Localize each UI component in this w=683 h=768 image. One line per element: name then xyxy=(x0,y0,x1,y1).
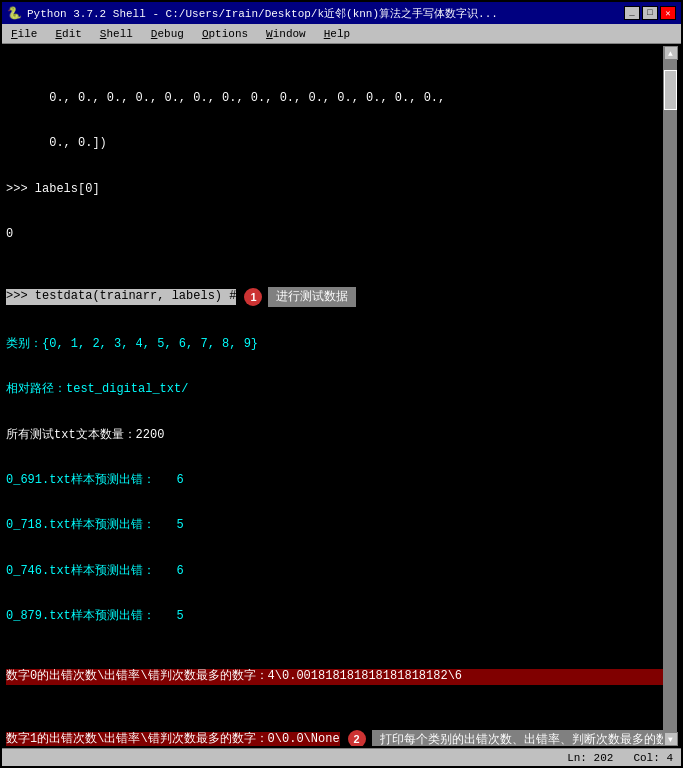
input-highlight: >>> testdata(trainarr, labels) # xyxy=(6,289,236,304)
menu-window[interactable]: Window xyxy=(262,27,310,41)
menu-options[interactable]: Options xyxy=(198,27,252,41)
scrollbar-thumb[interactable] xyxy=(664,70,677,110)
annotation-1-num: 1 xyxy=(244,288,262,306)
menu-file[interactable]: File xyxy=(7,27,41,41)
annotation-2-text: 打印每个类别的出错次数、出错率、判断次数最多的数字 xyxy=(372,730,663,746)
menu-edit[interactable]: Edit xyxy=(51,27,85,41)
status-bar: Ln: 202 Col: 4 xyxy=(2,748,681,766)
menu-bar: File Edit Shell Debug Options Window Hel… xyxy=(2,24,681,44)
menu-debug[interactable]: Debug xyxy=(147,27,188,41)
window-title: Python 3.7.2 Shell - C:/Users/Irain/Desk… xyxy=(27,6,498,21)
menu-help[interactable]: Help xyxy=(320,27,354,41)
annotation-1-text: 进行测试数据 xyxy=(268,287,356,306)
title-bar-left: 🐍 Python 3.7.2 Shell - C:/Users/Irain/De… xyxy=(7,6,498,21)
scrollbar[interactable]: ▲ ▼ xyxy=(663,46,677,746)
main-window: 🐍 Python 3.7.2 Shell - C:/Users/Irain/De… xyxy=(0,0,683,768)
line-6: 相对路径：test_digital_txt/ xyxy=(6,382,663,397)
line-7: 所有测试txt文本数量：2200 xyxy=(6,428,663,443)
line-5: 类别：{0, 1, 2, 3, 4, 5, 6, 7, 8, 9} xyxy=(6,337,663,352)
line-highlight-0: 数字0的出错次数\出错率\错判次数最多的数字：4\0.0018181818181… xyxy=(6,669,663,684)
status-col: Col: 4 xyxy=(633,752,673,764)
close-button[interactable]: ✕ xyxy=(660,6,676,20)
minimize-button[interactable]: _ xyxy=(624,6,640,20)
annotation-1: 1 进行测试数据 xyxy=(244,287,356,306)
line-highlight-1-ann: 数字1的出错次数\出错率\错判次数最多的数字：0\0.0\None 2 打印每个… xyxy=(6,730,663,746)
line-1: 0., 0., 0., 0., 0., 0., 0., 0., 0., 0., … xyxy=(6,91,663,106)
line-2: 0., 0.]) xyxy=(6,136,663,151)
line-10: 0_746.txt样本预测出错： 6 xyxy=(6,564,663,579)
title-buttons: _ □ ✕ xyxy=(624,6,676,20)
maximize-button[interactable]: □ xyxy=(642,6,658,20)
status-line: Ln: 202 xyxy=(567,752,613,764)
shell-content: 0., 0., 0., 0., 0., 0., 0., 0., 0., 0., … xyxy=(2,44,681,748)
title-bar: 🐍 Python 3.7.2 Shell - C:/Users/Irain/De… xyxy=(2,2,681,24)
menu-shell[interactable]: Shell xyxy=(96,27,137,41)
scrollbar-track[interactable] xyxy=(664,60,677,732)
line-prompt: >>> testdata(trainarr, labels) # 1 进行测试数… xyxy=(6,287,663,306)
annotation-2: 2 打印每个类别的出错次数、出错率、判断次数最多的数字 xyxy=(348,730,663,746)
line-9: 0_718.txt样本预测出错： 5 xyxy=(6,518,663,533)
text-area[interactable]: 0., 0., 0., 0., 0., 0., 0., 0., 0., 0., … xyxy=(6,46,663,746)
line-4: 0 xyxy=(6,227,663,242)
scrollbar-down-button[interactable]: ▼ xyxy=(664,732,678,746)
highlight-1-text: 数字1的出错次数\出错率\错判次数最多的数字：0\0.0\None xyxy=(6,732,340,746)
annotation-2-num: 2 xyxy=(348,730,366,746)
app-icon: 🐍 xyxy=(7,6,22,21)
scrollbar-up-button[interactable]: ▲ xyxy=(664,46,678,60)
line-11: 0_879.txt样本预测出错： 5 xyxy=(6,609,663,624)
line-8: 0_691.txt样本预测出错： 6 xyxy=(6,473,663,488)
line-3: >>> labels[0] xyxy=(6,182,663,197)
